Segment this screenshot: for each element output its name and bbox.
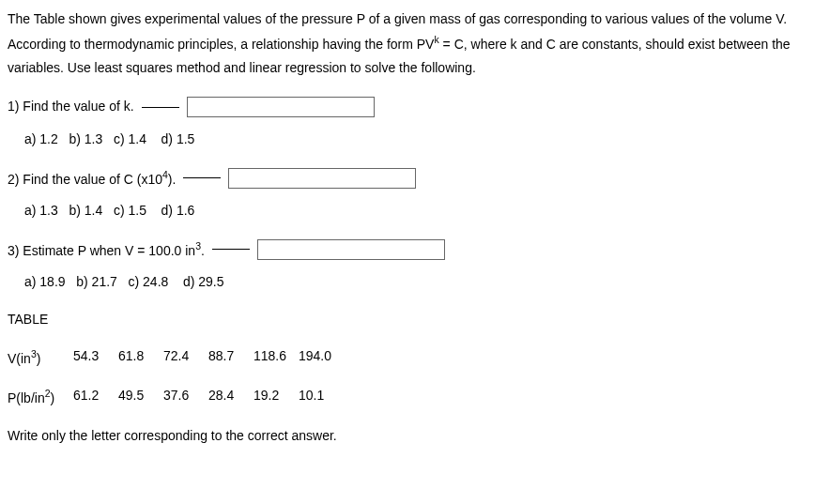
intro-text: The Table shown gives experimental value…	[8, 8, 806, 80]
p-val-3: 28.4	[208, 387, 253, 407]
q1-opt-b: b) 1.3	[69, 130, 102, 149]
p-val-0: 61.2	[73, 387, 118, 407]
q3-opt-c: c) 24.8	[129, 273, 169, 292]
v-val-5: 194.0	[299, 347, 344, 368]
p-val-2: 37.6	[163, 387, 208, 407]
v-val-3: 88.7	[208, 347, 253, 368]
q2-opt-d: d) 1.6	[161, 202, 195, 221]
q3-opt-b: b) 21.7	[76, 273, 117, 292]
p-label-pre: P(lb/in	[8, 390, 45, 405]
q2-blank	[183, 177, 221, 178]
q1-opt-c: c) 1.4	[114, 130, 146, 149]
v-label: V(in3)	[8, 347, 73, 368]
q2-opt-a: a) 1.3	[24, 202, 58, 221]
q3-opt-a: a) 18.9	[24, 273, 66, 292]
question-3: 3) Estimate P when V = 100.0 in3.	[8, 239, 806, 260]
q1-prompt: 1) Find the value of k.	[8, 98, 134, 116]
p-label: P(lb/in2)	[8, 387, 73, 407]
v-val-1: 61.8	[118, 347, 163, 368]
q2-pre: 2) Find the value of C (x10	[8, 171, 162, 186]
q2-prompt: 2) Find the value of C (x104).	[8, 168, 176, 189]
q3-input[interactable]	[257, 239, 445, 260]
q1-blank	[142, 107, 179, 108]
v-label-post: )	[37, 351, 41, 366]
q2-options: a) 1.3 b) 1.4 c) 1.5 d) 1.6	[24, 202, 806, 221]
q3-prompt: 3) Estimate P when V = 100.0 in3.	[8, 239, 205, 260]
q2-opt-c: c) 1.5	[114, 202, 146, 221]
q1-opt-a: a) 1.2	[24, 130, 58, 149]
v-val-4: 118.6	[253, 347, 299, 368]
v-val-0: 54.3	[73, 347, 118, 368]
q1-options: a) 1.2 b) 1.3 c) 1.4 d) 1.5	[24, 130, 806, 149]
q3-post: .	[201, 242, 205, 257]
q2-opt-b: b) 1.4	[69, 202, 102, 221]
final-instruction: Write only the letter corresponding to t…	[8, 427, 806, 446]
p-label-post: )	[51, 390, 55, 405]
table-row-v: V(in3) 54.3 61.8 72.4 88.7 118.6 194.0	[8, 347, 806, 368]
question-2: 2) Find the value of C (x104).	[8, 168, 806, 189]
p-val-5: 10.1	[299, 387, 344, 407]
question-1: 1) Find the value of k.	[8, 97, 806, 117]
v-val-2: 72.4	[163, 347, 208, 368]
q2-post: ).	[168, 171, 177, 186]
q3-pre: 3) Estimate P when V = 100.0 in	[8, 242, 195, 257]
p-val-4: 19.2	[253, 387, 299, 407]
q1-input[interactable]	[187, 97, 375, 117]
q3-options: a) 18.9 b) 21.7 c) 24.8 d) 29.5	[24, 273, 806, 292]
q3-opt-d: d) 29.5	[183, 273, 224, 292]
data-table: TABLE V(in3) 54.3 61.8 72.4 88.7 118.6 1…	[8, 311, 806, 408]
q2-input[interactable]	[228, 168, 416, 189]
v-label-pre: V(in	[8, 351, 31, 366]
table-heading: TABLE	[8, 311, 806, 329]
q1-opt-d: d) 1.5	[161, 130, 195, 149]
q3-blank	[212, 249, 250, 250]
table-row-p: P(lb/in2) 61.2 49.5 37.6 28.4 19.2 10.1	[8, 387, 806, 407]
p-val-1: 49.5	[118, 387, 163, 407]
